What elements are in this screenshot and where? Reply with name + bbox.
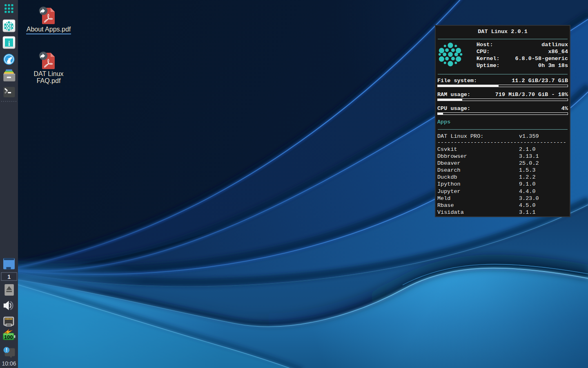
svg-text:100: 100: [4, 334, 13, 340]
svg-text:!: !: [6, 347, 7, 353]
svg-text:i: i: [8, 40, 10, 47]
svg-text:1: 1: [7, 274, 11, 280]
